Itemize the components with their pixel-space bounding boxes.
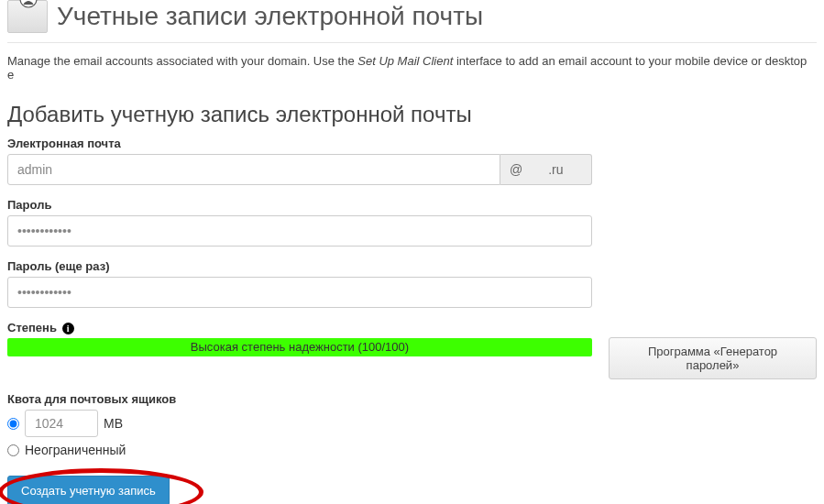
desc-em: Set Up Mail Client xyxy=(357,54,453,68)
quota-fixed-radio[interactable] xyxy=(7,418,19,430)
strength-bar: Высокая степень надежности (100/100) xyxy=(7,338,592,356)
page-header: Учетные записи электронной почты xyxy=(7,0,817,43)
password-input[interactable] xyxy=(7,215,592,247)
info-icon[interactable]: i xyxy=(62,323,74,334)
email-row: @ .ru xyxy=(7,154,592,185)
quota-unit: MB xyxy=(104,416,123,431)
section-title: Добавить учетную запись электронной почт… xyxy=(7,102,817,127)
domain-addon[interactable]: @ .ru xyxy=(500,154,592,185)
password2-label: Пароль (еще раз) xyxy=(7,259,817,273)
quota-input[interactable] xyxy=(25,410,98,437)
submit-wrap: Создать учетную запись xyxy=(7,472,817,504)
password2-input[interactable] xyxy=(7,277,592,308)
quota-unlimited-radio[interactable] xyxy=(7,444,19,456)
quota-unlimited-label: Неограниченный xyxy=(25,443,126,457)
password-generator-button[interactable]: Программа «Генератор паролей» xyxy=(609,337,817,379)
quota-unlimited-row: Неограниченный xyxy=(7,443,817,457)
page-title: Учетные записи электронной почты xyxy=(57,2,483,31)
mail-accounts-icon xyxy=(7,0,48,33)
password-label: Пароль xyxy=(7,198,817,212)
password2-group: Пароль (еще раз) xyxy=(7,259,817,308)
domain-suffix: .ru xyxy=(548,162,563,177)
email-label: Электронная почта xyxy=(7,137,817,150)
email-input[interactable] xyxy=(7,154,500,185)
domain-at: @ xyxy=(510,162,522,177)
password-group: Пароль xyxy=(7,198,817,247)
quota-group: Квота для почтовых ящиков MB Неограничен… xyxy=(7,392,817,457)
desc-prefix: Manage the email accounts associated wit… xyxy=(7,54,357,68)
strength-group: Степень i Высокая степень надежности (10… xyxy=(7,321,817,379)
strength-label-text: Степень xyxy=(7,321,57,334)
page-description: Manage the email accounts associated wit… xyxy=(7,54,817,82)
quota-label: Квота для почтовых ящиков xyxy=(7,392,817,406)
quota-fixed-row: MB xyxy=(7,410,817,437)
strength-label: Степень i xyxy=(7,321,592,334)
email-group: Электронная почта @ .ru xyxy=(7,137,817,185)
create-account-button[interactable]: Создать учетную запись xyxy=(7,476,170,504)
